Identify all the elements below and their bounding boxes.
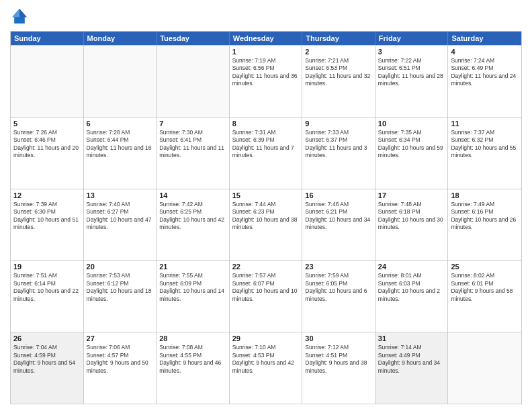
- day-cell-19: 19Sunrise: 7:51 AM Sunset: 6:14 PM Dayli…: [11, 261, 84, 332]
- day-number: 20: [87, 263, 154, 271]
- day-info: Sunrise: 7:35 AM Sunset: 6:34 PM Dayligh…: [378, 129, 445, 160]
- calendar-row-2: 12Sunrise: 7:39 AM Sunset: 6:30 PM Dayli…: [11, 189, 521, 261]
- day-info: Sunrise: 7:12 AM Sunset: 4:51 PM Dayligh…: [305, 344, 372, 375]
- day-number: 16: [305, 191, 372, 199]
- calendar-header: SundayMondayTuesdayWednesdayThursdayFrid…: [11, 32, 521, 45]
- header-day-wednesday: Wednesday: [230, 32, 303, 45]
- day-cell-15: 15Sunrise: 7:44 AM Sunset: 6:23 PM Dayli…: [230, 189, 303, 261]
- day-number: 15: [232, 191, 300, 199]
- day-info: Sunrise: 7:55 AM Sunset: 6:09 PM Dayligh…: [159, 272, 226, 303]
- day-number: 10: [378, 120, 445, 128]
- day-cell-16: 16Sunrise: 7:46 AM Sunset: 6:21 PM Dayli…: [302, 189, 375, 261]
- day-cell-4: 4Sunrise: 7:24 AM Sunset: 6:49 PM Daylig…: [448, 46, 521, 117]
- day-number: 29: [232, 334, 300, 342]
- logo: [10, 7, 32, 26]
- day-cell-10: 10Sunrise: 7:35 AM Sunset: 6:34 PM Dayli…: [375, 118, 449, 189]
- calendar-row-3: 19Sunrise: 7:51 AM Sunset: 6:14 PM Dayli…: [11, 260, 521, 332]
- day-cell-7: 7Sunrise: 7:30 AM Sunset: 6:41 PM Daylig…: [157, 118, 230, 189]
- header-day-tuesday: Tuesday: [157, 32, 230, 45]
- day-number: 14: [159, 191, 226, 199]
- day-cell-22: 22Sunrise: 7:57 AM Sunset: 6:07 PM Dayli…: [230, 261, 303, 332]
- day-cell-21: 21Sunrise: 7:55 AM Sunset: 6:09 PM Dayli…: [157, 261, 230, 332]
- logo-icon: [10, 7, 29, 26]
- day-cell-2: 2Sunrise: 7:21 AM Sunset: 6:53 PM Daylig…: [302, 46, 375, 117]
- day-number: 28: [159, 334, 226, 342]
- day-info: Sunrise: 7:24 AM Sunset: 6:49 PM Dayligh…: [451, 57, 519, 88]
- day-number: 8: [232, 120, 300, 128]
- calendar-row-0: 1Sunrise: 7:19 AM Sunset: 6:56 PM Daylig…: [11, 45, 521, 117]
- calendar-body: 1Sunrise: 7:19 AM Sunset: 6:56 PM Daylig…: [11, 45, 521, 404]
- day-cell-11: 11Sunrise: 7:37 AM Sunset: 6:32 PM Dayli…: [448, 118, 521, 189]
- day-info: Sunrise: 7:49 AM Sunset: 6:16 PM Dayligh…: [451, 201, 519, 232]
- day-number: 1: [232, 48, 300, 56]
- header-day-thursday: Thursday: [302, 32, 375, 45]
- empty-cell-0-1: [84, 46, 157, 117]
- day-info: Sunrise: 7:44 AM Sunset: 6:23 PM Dayligh…: [232, 201, 300, 232]
- header-day-friday: Friday: [375, 32, 449, 45]
- day-info: Sunrise: 7:31 AM Sunset: 6:39 PM Dayligh…: [232, 129, 300, 160]
- day-info: Sunrise: 8:01 AM Sunset: 6:03 PM Dayligh…: [378, 272, 445, 303]
- day-info: Sunrise: 7:37 AM Sunset: 6:32 PM Dayligh…: [451, 129, 519, 160]
- day-cell-8: 8Sunrise: 7:31 AM Sunset: 6:39 PM Daylig…: [230, 118, 303, 189]
- header: [10, 7, 522, 26]
- day-number: 26: [13, 334, 81, 342]
- day-cell-6: 6Sunrise: 7:28 AM Sunset: 6:44 PM Daylig…: [84, 118, 157, 189]
- day-number: 21: [159, 263, 226, 271]
- day-info: Sunrise: 7:21 AM Sunset: 6:53 PM Dayligh…: [305, 57, 372, 88]
- day-number: 22: [232, 263, 300, 271]
- day-info: Sunrise: 7:59 AM Sunset: 6:05 PM Dayligh…: [305, 272, 372, 303]
- day-number: 23: [305, 263, 372, 271]
- day-info: Sunrise: 7:08 AM Sunset: 4:55 PM Dayligh…: [159, 344, 226, 375]
- day-info: Sunrise: 7:53 AM Sunset: 6:12 PM Dayligh…: [87, 272, 154, 303]
- day-number: 5: [13, 120, 81, 128]
- day-cell-1: 1Sunrise: 7:19 AM Sunset: 6:56 PM Daylig…: [230, 46, 303, 117]
- day-cell-24: 24Sunrise: 8:01 AM Sunset: 6:03 PM Dayli…: [375, 261, 449, 332]
- day-info: Sunrise: 7:48 AM Sunset: 6:18 PM Dayligh…: [378, 201, 445, 232]
- day-number: 19: [13, 263, 81, 271]
- day-number: 25: [451, 263, 519, 271]
- calendar-row-1: 5Sunrise: 7:26 AM Sunset: 6:46 PM Daylig…: [11, 117, 521, 189]
- day-info: Sunrise: 7:26 AM Sunset: 6:46 PM Dayligh…: [13, 129, 81, 160]
- day-number: 6: [87, 120, 154, 128]
- day-info: Sunrise: 7:30 AM Sunset: 6:41 PM Dayligh…: [159, 129, 226, 160]
- day-number: 2: [305, 48, 372, 56]
- day-cell-18: 18Sunrise: 7:49 AM Sunset: 6:16 PM Dayli…: [448, 189, 521, 261]
- day-cell-5: 5Sunrise: 7:26 AM Sunset: 6:46 PM Daylig…: [11, 118, 84, 189]
- day-info: Sunrise: 7:51 AM Sunset: 6:14 PM Dayligh…: [13, 272, 81, 303]
- day-cell-20: 20Sunrise: 7:53 AM Sunset: 6:12 PM Dayli…: [84, 261, 157, 332]
- day-number: 4: [451, 48, 519, 56]
- day-info: Sunrise: 7:04 AM Sunset: 4:59 PM Dayligh…: [13, 344, 81, 375]
- day-cell-25: 25Sunrise: 8:02 AM Sunset: 6:01 PM Dayli…: [448, 261, 521, 332]
- day-cell-28: 28Sunrise: 7:08 AM Sunset: 4:55 PM Dayli…: [157, 332, 230, 404]
- day-number: 30: [305, 334, 372, 342]
- header-day-monday: Monday: [84, 32, 157, 45]
- day-info: Sunrise: 7:10 AM Sunset: 4:53 PM Dayligh…: [232, 344, 300, 375]
- svg-marker-2: [12, 9, 19, 17]
- day-number: 9: [305, 120, 372, 128]
- day-cell-9: 9Sunrise: 7:33 AM Sunset: 6:37 PM Daylig…: [302, 118, 375, 189]
- header-day-saturday: Saturday: [448, 32, 521, 45]
- day-cell-26: 26Sunrise: 7:04 AM Sunset: 4:59 PM Dayli…: [11, 332, 84, 404]
- day-cell-14: 14Sunrise: 7:42 AM Sunset: 6:25 PM Dayli…: [157, 189, 230, 261]
- day-info: Sunrise: 7:19 AM Sunset: 6:56 PM Dayligh…: [232, 57, 300, 88]
- day-cell-3: 3Sunrise: 7:22 AM Sunset: 6:51 PM Daylig…: [375, 46, 449, 117]
- day-info: Sunrise: 7:06 AM Sunset: 4:57 PM Dayligh…: [87, 344, 154, 375]
- day-number: 27: [87, 334, 154, 342]
- day-cell-31: 31Sunrise: 7:14 AM Sunset: 4:49 PM Dayli…: [375, 332, 449, 404]
- svg-marker-1: [19, 9, 27, 17]
- day-cell-27: 27Sunrise: 7:06 AM Sunset: 4:57 PM Dayli…: [84, 332, 157, 404]
- day-number: 13: [87, 191, 154, 199]
- day-info: Sunrise: 7:28 AM Sunset: 6:44 PM Dayligh…: [87, 129, 154, 160]
- header-day-sunday: Sunday: [11, 32, 84, 45]
- day-cell-17: 17Sunrise: 7:48 AM Sunset: 6:18 PM Dayli…: [375, 189, 449, 261]
- day-info: Sunrise: 7:39 AM Sunset: 6:30 PM Dayligh…: [13, 201, 81, 232]
- day-number: 24: [378, 263, 445, 271]
- calendar: SundayMondayTuesdayWednesdayThursdayFrid…: [10, 31, 522, 404]
- day-number: 18: [451, 191, 519, 199]
- day-info: Sunrise: 7:46 AM Sunset: 6:21 PM Dayligh…: [305, 201, 372, 232]
- day-number: 7: [159, 120, 226, 128]
- day-cell-12: 12Sunrise: 7:39 AM Sunset: 6:30 PM Dayli…: [11, 189, 84, 261]
- day-number: 31: [378, 334, 445, 342]
- day-number: 11: [451, 120, 519, 128]
- day-cell-13: 13Sunrise: 7:40 AM Sunset: 6:27 PM Dayli…: [84, 189, 157, 261]
